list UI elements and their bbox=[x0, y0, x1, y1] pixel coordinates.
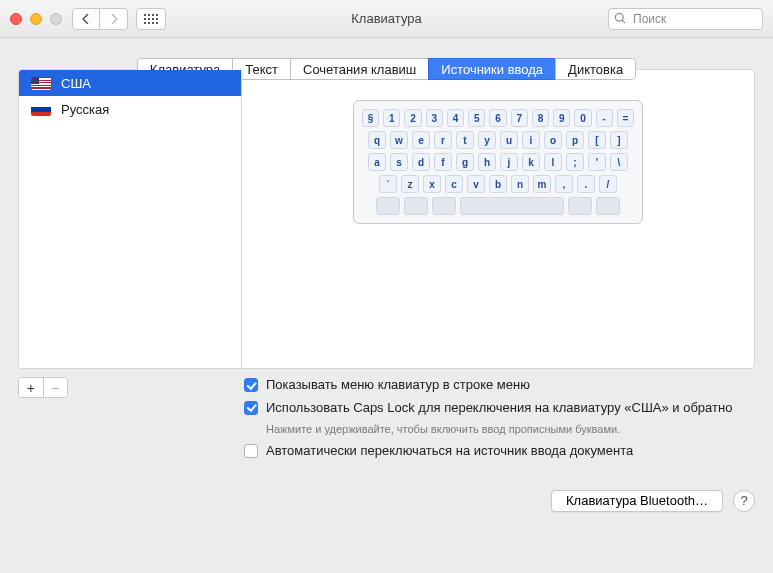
key: y bbox=[478, 131, 496, 149]
modifier-key bbox=[404, 197, 428, 215]
keyboard-layout-preview: §1234567890-=qwertyuiop[]asdfghjkl;'\`zx… bbox=[353, 100, 643, 224]
modifier-key bbox=[568, 197, 592, 215]
key: o bbox=[544, 131, 562, 149]
key: q bbox=[368, 131, 386, 149]
flag-icon bbox=[31, 103, 51, 116]
key: 5 bbox=[468, 109, 485, 127]
key: u bbox=[500, 131, 518, 149]
key: c bbox=[445, 175, 463, 193]
modifier-key bbox=[376, 197, 400, 215]
key: d bbox=[412, 153, 430, 171]
key: k bbox=[522, 153, 540, 171]
key: s bbox=[390, 153, 408, 171]
show-all-prefs-button[interactable] bbox=[136, 8, 166, 30]
key: v bbox=[467, 175, 485, 193]
modifier-key bbox=[596, 197, 620, 215]
source-name: США bbox=[61, 76, 91, 91]
key: a bbox=[368, 153, 386, 171]
layout-preview-pane: §1234567890-=qwertyuiop[]asdfghjkl;'\`zx… bbox=[242, 70, 754, 368]
key: ] bbox=[610, 131, 628, 149]
key: b bbox=[489, 175, 507, 193]
key: h bbox=[478, 153, 496, 171]
option-auto-switch[interactable]: Автоматически переключаться на источник … bbox=[244, 443, 755, 460]
content: КлавиатураТекстСочетания клавишИсточники… bbox=[0, 38, 773, 476]
source-item-ru[interactable]: Русская bbox=[19, 96, 241, 122]
key: 8 bbox=[532, 109, 549, 127]
option-show-menu[interactable]: Показывать меню клавиатур в строке меню bbox=[244, 377, 755, 394]
key: ' bbox=[588, 153, 606, 171]
key: ; bbox=[566, 153, 584, 171]
key: g bbox=[456, 153, 474, 171]
key: 1 bbox=[383, 109, 400, 127]
grid-icon bbox=[144, 14, 158, 24]
key: f bbox=[434, 153, 452, 171]
key: 0 bbox=[574, 109, 591, 127]
titlebar: Клавиатура bbox=[0, 0, 773, 38]
source-item-us[interactable]: США bbox=[19, 70, 241, 96]
source-name: Русская bbox=[61, 102, 109, 117]
key: p bbox=[566, 131, 584, 149]
key: = bbox=[617, 109, 634, 127]
key: . bbox=[577, 175, 595, 193]
forward-button[interactable] bbox=[100, 8, 128, 30]
key: e bbox=[412, 131, 430, 149]
help-button[interactable]: ? bbox=[733, 490, 755, 512]
key: n bbox=[511, 175, 529, 193]
key: r bbox=[434, 131, 452, 149]
key: j bbox=[500, 153, 518, 171]
option-hint: Нажмите и удерживайте, чтобы включить вв… bbox=[266, 423, 755, 435]
add-source-button[interactable]: + bbox=[19, 378, 43, 397]
modifier-key bbox=[460, 197, 564, 215]
key: - bbox=[596, 109, 613, 127]
search-field-wrap bbox=[608, 8, 763, 30]
key: x bbox=[423, 175, 441, 193]
key: i bbox=[522, 131, 540, 149]
key: 7 bbox=[511, 109, 528, 127]
remove-source-button[interactable]: − bbox=[43, 378, 68, 397]
key: 2 bbox=[404, 109, 421, 127]
option-caps-lock[interactable]: Использовать Caps Lock для переключения … bbox=[244, 400, 755, 417]
bluetooth-keyboard-button[interactable]: Клавиатура Bluetooth… bbox=[551, 490, 723, 512]
window-controls bbox=[10, 13, 62, 25]
modifier-key bbox=[432, 197, 456, 215]
key: / bbox=[599, 175, 617, 193]
back-button[interactable] bbox=[72, 8, 100, 30]
option-label: Использовать Caps Lock для переключения … bbox=[266, 400, 732, 417]
key: 4 bbox=[447, 109, 464, 127]
key: 9 bbox=[553, 109, 570, 127]
key: \ bbox=[610, 153, 628, 171]
nav-back-forward bbox=[72, 8, 128, 30]
footer: Клавиатура Bluetooth… ? bbox=[0, 476, 773, 526]
options: Показывать меню клавиатур в строке меню … bbox=[244, 377, 755, 460]
checkbox[interactable] bbox=[244, 401, 258, 415]
key: t bbox=[456, 131, 474, 149]
key: [ bbox=[588, 131, 606, 149]
option-label: Автоматически переключаться на источник … bbox=[266, 443, 633, 460]
key: § bbox=[362, 109, 379, 127]
search-icon bbox=[614, 12, 627, 25]
flag-icon bbox=[31, 77, 51, 90]
key: w bbox=[390, 131, 408, 149]
add-remove-source: + − bbox=[18, 377, 68, 398]
key: m bbox=[533, 175, 551, 193]
close-window-button[interactable] bbox=[10, 13, 22, 25]
key: ` bbox=[379, 175, 397, 193]
search-input[interactable] bbox=[608, 8, 763, 30]
key: , bbox=[555, 175, 573, 193]
checkbox[interactable] bbox=[244, 444, 258, 458]
option-label: Показывать меню клавиатур в строке меню bbox=[266, 377, 530, 394]
key: z bbox=[401, 175, 419, 193]
checkbox[interactable] bbox=[244, 378, 258, 392]
sources-panel: СШАРусская §1234567890-=qwertyuiop[]asdf… bbox=[18, 69, 755, 369]
key: l bbox=[544, 153, 562, 171]
input-source-list[interactable]: СШАРусская bbox=[19, 70, 242, 368]
minimize-window-button[interactable] bbox=[30, 13, 42, 25]
key: 6 bbox=[489, 109, 506, 127]
zoom-window-button[interactable] bbox=[50, 13, 62, 25]
key: 3 bbox=[426, 109, 443, 127]
